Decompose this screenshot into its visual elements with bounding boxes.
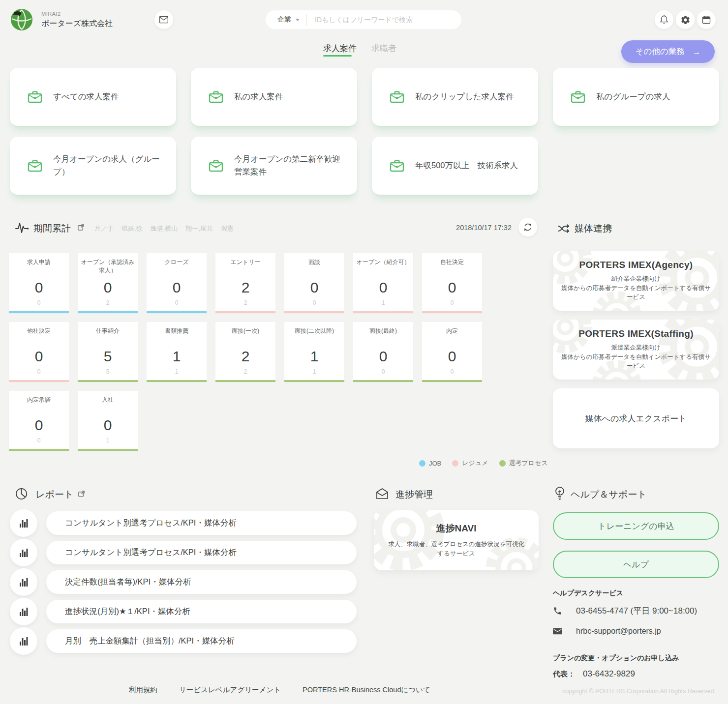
tile-sub: 0	[12, 368, 66, 377]
stat-tile[interactable]: 他社決定00	[9, 322, 69, 382]
period-filter-item[interactable]: 翔一,尾見	[185, 224, 213, 233]
progress-navi-card[interactable]: 進捗NAVI 求人、求職者、選考プロセスの進捗状況を可視化するサービス	[374, 510, 539, 570]
media-card-audience: 派遣業企業様向け	[611, 343, 661, 352]
job-card[interactable]: 私の求人案件	[191, 68, 357, 126]
legend-dot	[499, 460, 506, 467]
calendar-button[interactable]	[697, 10, 716, 29]
stat-tile[interactable]: 仕事紹介55	[78, 322, 138, 382]
job-card[interactable]: 今月オープンの第二新卒歓迎 営業案件	[191, 137, 357, 195]
pie-chart-icon	[15, 487, 28, 502]
tile-sub: 0	[356, 368, 410, 377]
notifications-button[interactable]	[655, 10, 673, 29]
briefcase-icon	[28, 90, 42, 104]
bar-chart-icon	[10, 539, 37, 566]
representative-phone-row: 代表： 03-6432-9829	[553, 669, 635, 679]
stat-tile[interactable]: 求人申請00	[9, 253, 69, 313]
stat-tile[interactable]: 内定承諾00	[9, 391, 69, 451]
job-card[interactable]: 年収500万以上 技術系求人	[372, 137, 538, 195]
tile-sub: 0	[150, 299, 204, 308]
stat-tile[interactable]: 内定00	[422, 322, 482, 382]
report-item[interactable]: コンサルタント別選考プロセス/KPI・媒体分析	[10, 509, 357, 537]
stat-tile[interactable]: オープン（紹介可）01	[353, 253, 413, 313]
tile-label: 面接(二次以降)	[287, 327, 341, 345]
tile-value: 0	[356, 345, 410, 368]
media-card[interactable]: 媒体への求人エクスポート	[553, 388, 719, 448]
stat-tile[interactable]: 面接(一次)22	[215, 322, 275, 382]
tile-value: 0	[425, 345, 479, 368]
helpdesk-heading: ヘルプデスクサービス	[553, 589, 623, 598]
reports-title: レポート	[35, 488, 73, 501]
helpdesk-email-row[interactable]: hrbc-support@porters.jp	[553, 627, 661, 636]
media-card[interactable]: PORTERS IMEX(Staffing)派遣業企業様向け媒体からの応募者デー…	[553, 320, 719, 380]
report-item[interactable]: コンサルタント別選考プロセス/KPI・媒体分析	[10, 539, 357, 566]
footer-link[interactable]: PORTERS HR-Business Cloudについて	[303, 685, 430, 695]
stat-tile[interactable]: エントリー22	[215, 253, 275, 313]
tile-label: 内定承諾	[12, 396, 66, 413]
report-label: 進捗状況(月別)★１/KPI・媒体分析	[65, 606, 190, 617]
stat-tile[interactable]: 自社決定00	[422, 253, 482, 313]
settings-button[interactable]	[676, 10, 695, 29]
stat-tile[interactable]: 書類推薦11	[147, 322, 207, 382]
shuffle-icon	[557, 222, 571, 237]
stat-tile[interactable]: 面接(二次以降)11	[284, 322, 344, 382]
stat-tile[interactable]: クローズ00	[147, 253, 207, 313]
period-filter-item[interactable]: 逸倩,横山	[151, 224, 178, 233]
job-card-label: 年収500万以上 技術系求人	[415, 159, 518, 172]
media-card[interactable]: PORTERS IMEX(Agency)紹介業企業様向け媒体からの応募者データを…	[553, 251, 719, 311]
tile-value: 1	[150, 345, 204, 368]
report-item[interactable]: 決定件数(担当者毎)/KPI・媒体分析	[10, 568, 357, 596]
media-card-title: 媒体への求人エクスポート	[585, 413, 687, 424]
chevron-down-icon	[296, 19, 300, 21]
job-card-label: 今月オープンの第二新卒歓迎 営業案件	[234, 153, 348, 178]
report-item[interactable]: 進捗状況(月別)★１/KPI・媒体分析	[10, 598, 357, 625]
arrow-right-icon: →	[693, 47, 701, 57]
media-card-desc: 媒体からの応募者データを自動インポートする有償サービス	[561, 284, 711, 302]
stat-tile[interactable]: オープン（承認済み求人）02	[78, 253, 138, 313]
mail-button[interactable]	[154, 10, 173, 29]
tile-label: 他社決定	[12, 327, 66, 345]
period-filter-item[interactable]: 暁姝,徐	[121, 224, 143, 233]
period-filter-item[interactable]: 偓憲	[221, 224, 234, 233]
job-card[interactable]: 今月オープンの求人（グループ）	[10, 137, 176, 195]
copyright-text: copyright © PORTERS Corporation All Righ…	[562, 688, 716, 695]
training-signup-button[interactable]: トレーニングの申込	[553, 512, 719, 540]
calendar-icon	[701, 15, 711, 25]
external-link-icon[interactable]	[77, 224, 85, 233]
report-pill: コンサルタント別選考プロセス/KPI・媒体分析	[46, 511, 357, 535]
footer-link[interactable]: 利用規約	[129, 685, 157, 695]
job-card[interactable]: 私のグループの求人	[553, 68, 719, 126]
media-card-title: PORTERS IMEX(Staffing)	[578, 328, 694, 339]
phone-icon	[553, 606, 562, 616]
tab-candidates[interactable]: 求職者	[371, 43, 396, 54]
help-button[interactable]: ヘルプ	[553, 551, 719, 578]
briefcase-icon	[28, 159, 42, 173]
stat-tile[interactable]: 面談00	[284, 253, 344, 313]
representative-label: 代表：	[553, 670, 575, 679]
job-card-label: 私のクリップした求人案件	[415, 90, 514, 103]
stat-tile[interactable]: 面接(最終)00	[353, 322, 413, 382]
other-tasks-button[interactable]: その他の業務 →	[621, 40, 715, 63]
tab-jobs[interactable]: 求人案件	[323, 43, 357, 54]
stat-tile[interactable]: 入社01	[78, 391, 138, 451]
legend-dot	[419, 460, 425, 467]
search-category-select[interactable]: 企業	[266, 10, 306, 29]
refresh-button[interactable]	[518, 218, 537, 236]
report-item[interactable]: 月別 売上金額集計（担当別）/KPI・媒体分析	[10, 627, 357, 655]
footer-link[interactable]: サービスレベルアグリーメント	[179, 685, 281, 695]
tile-sub: 5	[81, 368, 135, 377]
helpdesk-phone: 03-6455-4747 (平日 9:00~18:00)	[576, 605, 697, 616]
job-card[interactable]: すべての求人案件	[10, 68, 176, 126]
search-input[interactable]	[307, 16, 461, 24]
refresh-icon	[522, 222, 533, 233]
tile-sub: 0	[287, 299, 341, 308]
period-filter-item[interactable]: 月／于	[94, 224, 114, 233]
tile-value: 0	[12, 413, 66, 437]
tile-label: 書類推薦	[150, 327, 204, 345]
external-link-icon[interactable]	[78, 490, 85, 499]
job-card[interactable]: 私のクリップした求人案件	[372, 68, 538, 126]
briefcase-icon	[390, 90, 404, 104]
plan-change-heading: プランの変更・オプションのお申し込み	[553, 654, 679, 663]
bar-chart-icon	[10, 627, 37, 655]
tile-sub: 0	[425, 299, 479, 308]
tile-label: オープン（承認済み求人）	[81, 258, 135, 276]
